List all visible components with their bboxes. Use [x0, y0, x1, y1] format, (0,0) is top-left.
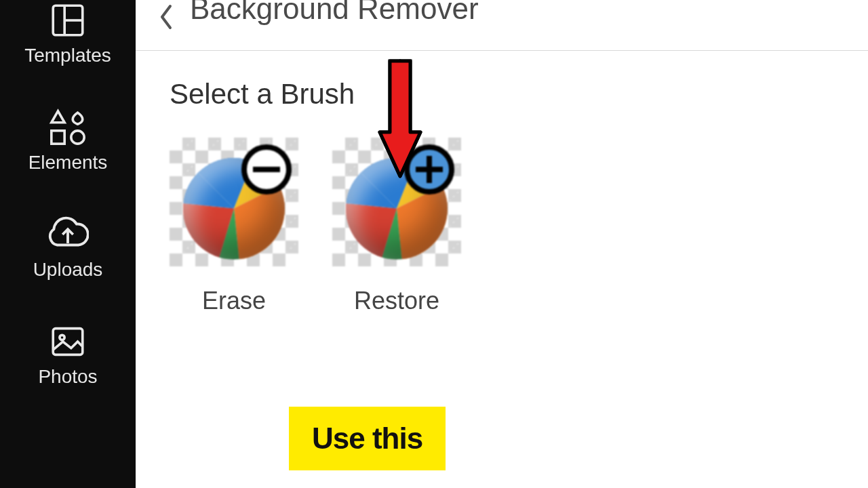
svg-rect-4 [52, 131, 64, 144]
sidebar-item-label: Photos [38, 366, 97, 388]
svg-point-7 [60, 335, 64, 340]
sidebar-item-templates[interactable]: Templates [0, 0, 136, 94]
photos-icon [48, 321, 87, 362]
brush-thumb-restore [332, 138, 461, 266]
annotation-callout: Use this [289, 407, 446, 470]
chevron-left-icon [157, 3, 175, 30]
elements-icon [48, 107, 87, 148]
sidebar-item-elements[interactable]: Elements [0, 94, 136, 201]
panel-title: Background Remover [190, 0, 479, 26]
section-title: Select a Brush [170, 78, 834, 110]
back-button[interactable] [156, 3, 176, 30]
uploads-icon [47, 214, 89, 255]
brush-label: Erase [202, 287, 266, 315]
sidebar-item-label: Uploads [33, 259, 103, 281]
sidebar-item-label: Templates [24, 45, 111, 66]
sidebar-item-uploads[interactable]: Uploads [0, 201, 136, 308]
sidebar-item-photos[interactable]: Photos [0, 308, 136, 415]
main-panel: Background Remover Select a Brush Erase [136, 0, 868, 488]
sidebar-item-label: Elements [28, 152, 108, 174]
plus-icon [404, 144, 454, 195]
brush-thumb-erase [170, 138, 298, 266]
brush-section: Select a Brush Erase [136, 51, 868, 342]
brush-option-erase[interactable]: Erase [170, 138, 298, 315]
svg-point-3 [71, 131, 84, 144]
brush-label: Restore [354, 287, 439, 315]
panel-header: Background Remover [136, 0, 868, 51]
sidebar: Templates Elements Uploads [0, 0, 136, 488]
templates-icon [48, 0, 87, 41]
minus-icon [241, 144, 292, 195]
brush-option-restore[interactable]: Restore [332, 138, 461, 315]
brush-options: Erase Restore [170, 138, 834, 315]
